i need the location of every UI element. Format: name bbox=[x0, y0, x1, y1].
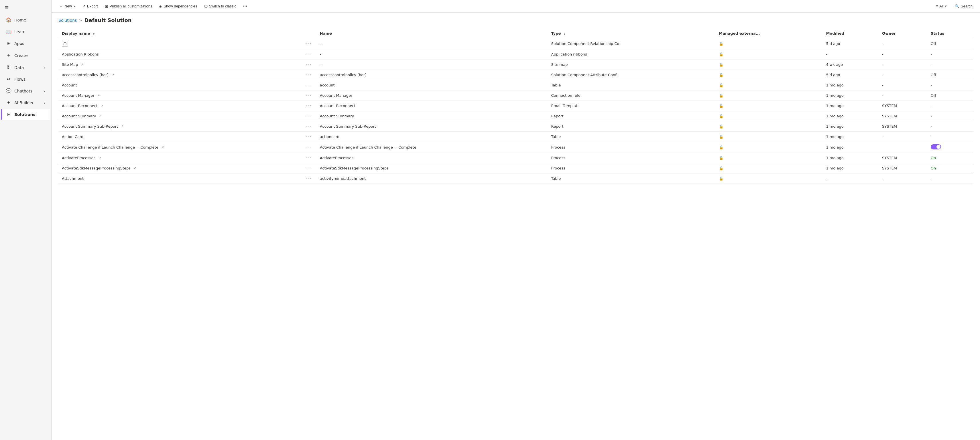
sort-icon[interactable]: ∨ bbox=[92, 32, 95, 35]
sidebar-item-learn[interactable]: 📖 Learn bbox=[1, 26, 50, 37]
cell-managed: 🔒 bbox=[715, 111, 822, 121]
export-button[interactable]: ↗ Export bbox=[80, 3, 101, 10]
status-dash: - bbox=[931, 83, 932, 87]
search-button[interactable]: 🔍 Search bbox=[952, 3, 975, 10]
filter-lines-icon: ≡ bbox=[936, 4, 939, 8]
switch-to-classic-button[interactable]: ⬡ Switch to classic bbox=[201, 3, 239, 10]
external-link-icon[interactable]: ↗ bbox=[111, 73, 114, 77]
cell-managed: 🔒 bbox=[715, 121, 822, 132]
publish-all-button[interactable]: ⊞ Publish all customizations bbox=[102, 3, 155, 10]
display-name-text[interactable]: Account Reconnect bbox=[62, 104, 98, 108]
external-link-icon[interactable]: ↗ bbox=[134, 166, 136, 170]
table-row: Account Summary↗···Account SummaryReport… bbox=[59, 111, 973, 121]
cell-more-actions: ··· bbox=[302, 60, 317, 70]
more-actions-icon[interactable]: ··· bbox=[305, 113, 312, 119]
sidebar-item-home[interactable]: 🏠 Home bbox=[1, 14, 50, 25]
table-row: Activate Challenge if Launch Challenge =… bbox=[59, 142, 973, 153]
cell-display-name: Account Manager↗ bbox=[59, 91, 302, 101]
display-name-text[interactable]: ActivateSdkMessageProcessingSteps bbox=[62, 166, 130, 170]
cell-owner bbox=[879, 142, 927, 153]
cell-display-name: Account bbox=[59, 80, 302, 91]
table-row: ⬡···-Solution Component Relationship Co🔒… bbox=[59, 38, 973, 49]
show-dependencies-button[interactable]: ◈ Show dependencies bbox=[156, 3, 200, 10]
more-actions-icon[interactable]: ··· bbox=[305, 41, 312, 46]
display-name-text[interactable]: Activate Challenge if Launch Challenge =… bbox=[62, 145, 158, 149]
more-actions-icon[interactable]: ··· bbox=[305, 72, 312, 78]
breadcrumb-solutions-link[interactable]: Solutions bbox=[59, 18, 77, 22]
cell-type: Site map bbox=[548, 60, 716, 70]
display-name-text[interactable]: Action Card bbox=[62, 135, 83, 139]
filter-all-button[interactable]: ≡ All ∨ bbox=[933, 3, 950, 10]
sidebar-item-flows[interactable]: ↔ Flows bbox=[1, 73, 50, 85]
more-actions-icon[interactable]: ··· bbox=[305, 93, 312, 98]
row-link-icon[interactable]: ⬡ bbox=[62, 41, 68, 47]
lock-icon: 🔒 bbox=[719, 176, 724, 181]
sidebar-item-create[interactable]: ＋ Create bbox=[1, 49, 50, 61]
cell-modified: 1 mo ago bbox=[822, 163, 879, 173]
external-link-icon[interactable]: ↗ bbox=[98, 156, 101, 160]
cell-managed: 🔒 bbox=[715, 163, 822, 173]
hamburger-menu[interactable]: ≡ bbox=[0, 0, 51, 14]
display-name-text[interactable]: Site Map bbox=[62, 62, 78, 67]
sidebar-item-solutions-label: Solutions bbox=[14, 112, 35, 117]
lock-icon: 🔒 bbox=[719, 104, 724, 108]
display-name-text[interactable]: Account Manager bbox=[62, 93, 94, 98]
external-link-icon[interactable]: ↗ bbox=[99, 114, 101, 118]
cell-modified: 5 d ago bbox=[822, 38, 879, 49]
more-actions-icon[interactable]: ··· bbox=[305, 124, 312, 129]
more-actions-icon[interactable]: ··· bbox=[305, 83, 312, 88]
more-actions-icon[interactable]: ··· bbox=[305, 62, 312, 67]
display-name-text[interactable]: ActivateProcesses bbox=[62, 156, 95, 160]
sidebar-item-solutions[interactable]: ⊟ Solutions bbox=[1, 109, 50, 120]
sidebar-item-create-label: Create bbox=[14, 53, 28, 58]
cell-type: Report bbox=[548, 111, 716, 121]
sidebar-item-apps[interactable]: ⊞ Apps bbox=[1, 38, 50, 49]
sidebar-item-data[interactable]: 🗄 Data ∨ bbox=[1, 62, 50, 73]
lock-icon: 🔒 bbox=[719, 114, 724, 118]
external-link-icon[interactable]: ↗ bbox=[81, 63, 84, 67]
breadcrumb: Solutions > Default Solution bbox=[59, 17, 973, 23]
sidebar-item-ai-builder[interactable]: ✦ AI Builder ∨ bbox=[1, 97, 50, 108]
more-actions-icon[interactable]: ··· bbox=[305, 155, 312, 160]
cell-owner: SYSTEM bbox=[879, 121, 927, 132]
display-name-text[interactable]: Account Summary bbox=[62, 114, 96, 118]
cell-name-value: - bbox=[317, 38, 548, 49]
cell-owner: - bbox=[879, 91, 927, 101]
table-row: Attachment···activitymimeattachmentTable… bbox=[59, 173, 973, 184]
solutions-table-container: Display name ∨ Name Type ∨ Managed exter… bbox=[59, 29, 973, 184]
external-link-icon[interactable]: ↗ bbox=[100, 104, 103, 108]
cell-display-name: ActivateProcesses↗ bbox=[59, 153, 302, 163]
cell-name-value: - bbox=[317, 60, 548, 70]
cell-type: Table bbox=[548, 80, 716, 91]
more-actions-icon[interactable]: ··· bbox=[305, 103, 312, 108]
cell-name-value: Account Manager bbox=[317, 91, 548, 101]
more-actions-icon[interactable]: ··· bbox=[305, 134, 312, 140]
cell-type: Report bbox=[548, 121, 716, 132]
more-actions-icon[interactable]: ··· bbox=[305, 51, 312, 57]
cell-display-name: Action Card bbox=[59, 132, 302, 142]
cell-status: - bbox=[927, 111, 973, 121]
new-button[interactable]: ＋ New ∨ bbox=[56, 2, 78, 10]
type-filter-icon[interactable]: ∨ bbox=[563, 32, 566, 35]
display-name-text[interactable]: Account Summary Sub-Report bbox=[62, 124, 118, 129]
more-actions-icon[interactable]: ··· bbox=[305, 165, 312, 171]
display-name-text[interactable]: Account bbox=[62, 83, 77, 87]
display-name-text[interactable]: Attachment bbox=[62, 176, 84, 181]
more-actions-icon[interactable]: ··· bbox=[305, 176, 312, 181]
more-actions-button[interactable]: ••• bbox=[240, 3, 250, 10]
solutions-table: Display name ∨ Name Type ∨ Managed exter… bbox=[59, 29, 973, 184]
external-link-icon[interactable]: ↗ bbox=[121, 124, 123, 128]
display-name-text[interactable]: Application Ribbons bbox=[62, 52, 99, 56]
status-toggle[interactable] bbox=[931, 144, 941, 149]
status-on: On bbox=[931, 156, 936, 160]
main-area: ＋ New ∨ ↗ Export ⊞ Publish all customiza… bbox=[51, 0, 980, 440]
cell-modified: 1 mo ago bbox=[822, 101, 879, 111]
all-label: All bbox=[939, 4, 943, 8]
external-link-icon[interactable]: ↗ bbox=[161, 145, 164, 149]
sidebar-item-ai-builder-label: AI Builder bbox=[14, 100, 34, 105]
sidebar-item-chatbots[interactable]: 💬 Chatbots ∨ bbox=[1, 85, 50, 97]
external-link-icon[interactable]: ↗ bbox=[97, 94, 100, 97]
cell-managed: 🔒 bbox=[715, 80, 822, 91]
display-name-text[interactable]: accesscontrolpolicy (bot) bbox=[62, 73, 108, 77]
more-actions-icon[interactable]: ··· bbox=[305, 145, 312, 150]
